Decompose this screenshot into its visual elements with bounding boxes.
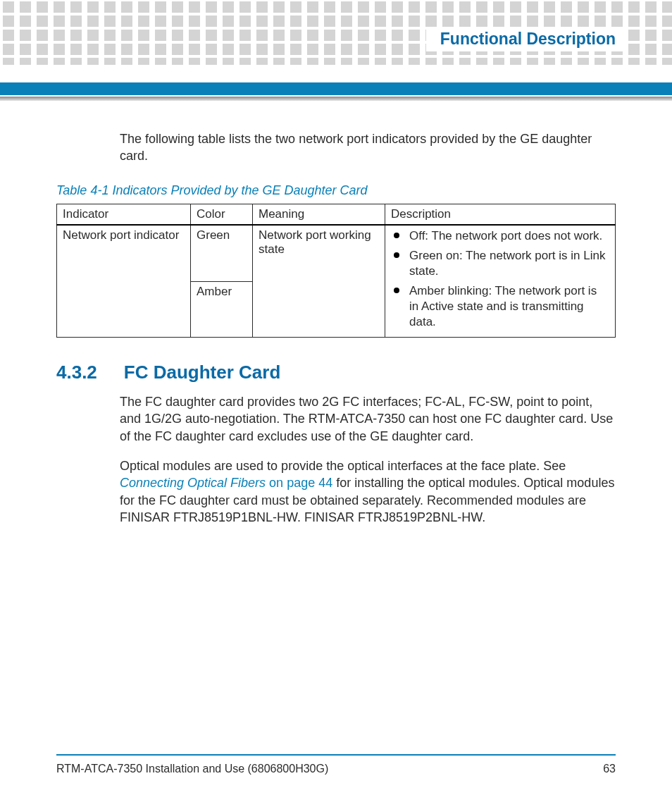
th-color: Color	[191, 204, 253, 225]
cell-color-amber: Amber	[191, 281, 253, 337]
intro-paragraph: The following table lists the two networ…	[120, 130, 616, 165]
table-header-row: Indicator Color Meaning Description	[57, 204, 616, 225]
indicators-table: Indicator Color Meaning Description Netw…	[56, 204, 616, 338]
desc-item: Off: The network port does not work.	[391, 228, 609, 244]
footer-doc-id: RTM-ATCA-7350 Installation and Use (6806…	[56, 763, 328, 775]
cell-indicator: Network port indicator	[57, 225, 191, 338]
cross-reference-page[interactable]: on page 44	[266, 476, 332, 490]
table-row: Network port indicator Green Network por…	[57, 225, 616, 282]
page-footer: RTM-ATCA-7350 Installation and Use (6806…	[56, 754, 616, 775]
chapter-title: Functional Description	[426, 27, 623, 51]
section-paragraph-2: Optical modules are used to provide the …	[120, 457, 616, 526]
section-number: 4.3.2	[56, 362, 97, 383]
section-title: FC Daughter Card	[124, 362, 280, 383]
header-rule	[0, 82, 672, 101]
cross-reference-link[interactable]: Connecting Optical Fibers	[120, 476, 266, 490]
cell-color-green: Green	[191, 225, 253, 282]
cell-meaning: Network port working state	[253, 225, 385, 338]
th-meaning: Meaning	[253, 204, 385, 225]
desc-item: Green on: The network port is in Link st…	[391, 248, 609, 279]
table-caption: Table 4-1 Indicators Provided by the GE …	[56, 183, 616, 198]
desc-item: Amber blinking: The network port is in A…	[391, 283, 609, 330]
th-description: Description	[385, 204, 616, 225]
section-paragraph-1: The FC daughter card provides two 2G FC …	[120, 393, 616, 445]
th-indicator: Indicator	[57, 204, 191, 225]
footer-rule	[56, 754, 616, 756]
para2-pre: Optical modules are used to provide the …	[120, 459, 566, 473]
chapter-title-text: Functional Description	[440, 30, 616, 48]
section-heading: 4.3.2 FC Daughter Card	[56, 362, 616, 383]
footer-page-number: 63	[603, 763, 616, 775]
cell-description: Off: The network port does not work. Gre…	[385, 225, 616, 338]
